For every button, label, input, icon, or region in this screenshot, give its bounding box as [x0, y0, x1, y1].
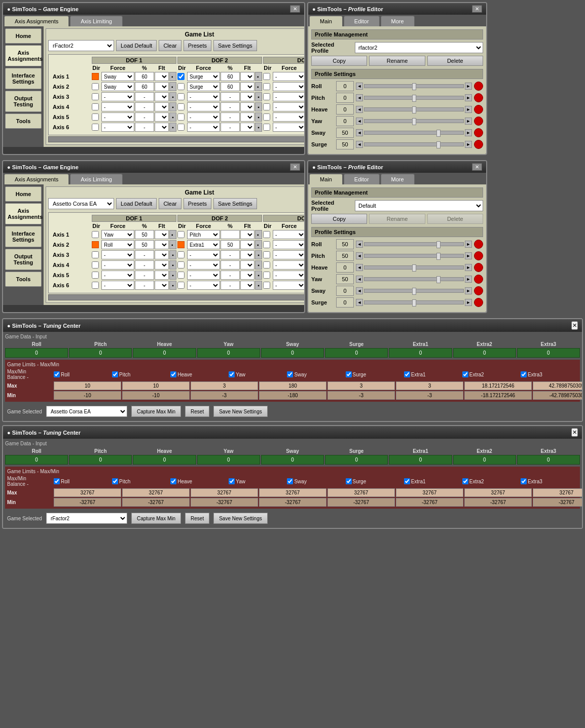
game-dropdown-1[interactable]: rFactor2	[48, 40, 114, 51]
save-new-btn-2[interactable]: Save New Settings	[213, 513, 268, 524]
axis2-dof1-motion-2[interactable]: Roll	[101, 240, 134, 249]
heave-reset-2[interactable]	[474, 263, 483, 272]
axis3-dof3-motion-2[interactable]: -	[273, 250, 305, 259]
yaw-slider-2[interactable]	[364, 277, 464, 281]
yaw-arrow-left-1[interactable]: ◄	[356, 118, 363, 125]
min-extra2-t1[interactable]	[533, 391, 583, 400]
axis4-dof2-force-2[interactable]	[221, 260, 240, 270]
pitch-check-t2[interactable]	[112, 478, 118, 484]
pitch-arrow-right-1[interactable]: ►	[465, 94, 472, 101]
axis3-dof1-btn-2[interactable]: ▪	[169, 250, 176, 259]
axis1-dof3-motion-1[interactable]: -	[273, 72, 305, 81]
heave-slider-2[interactable]	[364, 265, 464, 270]
axis1-dof2-flt-1[interactable]	[240, 72, 254, 81]
surge-slider-track-1[interactable]	[364, 142, 464, 146]
axis3-dof1-flt-2[interactable]	[155, 250, 169, 259]
sidebar-item-interface-settings-2[interactable]: InterfaceSettings	[5, 226, 42, 247]
min-roll-t1[interactable]	[54, 391, 121, 400]
axis4-dof2-motion-2[interactable]: -	[187, 260, 220, 270]
axis4-dof1-flt-2[interactable]	[155, 260, 169, 270]
axis1-dof1-check-2[interactable]	[92, 231, 99, 238]
axis3-dof2-force-1[interactable]	[221, 92, 240, 101]
max-extra2-t1[interactable]	[533, 381, 583, 390]
scrollbar-1[interactable]	[48, 136, 305, 142]
rename-btn-1[interactable]: Rename	[369, 56, 425, 66]
axis5-dof3-motion-1[interactable]: -	[273, 112, 305, 122]
axis6-dof2-force-2[interactable]	[221, 281, 240, 290]
max-heave-t1[interactable]	[191, 381, 258, 390]
heave-arrow-left-1[interactable]: ◄	[356, 106, 363, 113]
axis3-dof2-check-2[interactable]	[177, 251, 185, 258]
max-extra1-t1[interactable]	[464, 381, 532, 390]
axis3-dof2-motion-2[interactable]: -	[187, 250, 220, 259]
axis5-dof1-force-2[interactable]	[135, 271, 154, 280]
extra3-check-t2[interactable]	[521, 478, 527, 484]
axis2-dof2-flt-1[interactable]	[240, 82, 254, 91]
axis1-dof2-btn-1[interactable]: ▪	[255, 72, 262, 81]
surge-arrow-right-2[interactable]: ►	[465, 299, 472, 306]
axis2-dof3-check-2[interactable]	[263, 241, 270, 248]
axis1-dof2-force-2[interactable]	[221, 230, 240, 239]
axis5-dof2-btn-1[interactable]: ▪	[255, 112, 262, 122]
axis5-dof2-motion-2[interactable]: -	[187, 271, 220, 280]
axis5-dof1-motion-1[interactable]: -	[101, 112, 134, 122]
axis3-dof3-motion-1[interactable]: -	[273, 92, 305, 101]
axis2-dof1-check-1[interactable]	[92, 83, 99, 90]
pitch-reset-2[interactable]	[474, 251, 483, 260]
load-default-btn-1[interactable]: Load Default	[116, 40, 157, 51]
axis2-dof1-btn-2[interactable]: ▪	[169, 240, 176, 249]
axis6-dof2-check-2[interactable]	[177, 282, 185, 289]
axis4-dof2-btn-1[interactable]: ▪	[255, 102, 262, 111]
reset-btn-2[interactable]: Reset	[185, 513, 209, 524]
min-roll-t2[interactable]	[54, 498, 121, 507]
sidebar-item-output-testing-2[interactable]: OutputTesting	[5, 249, 42, 270]
axis3-dof2-btn-2[interactable]: ▪	[255, 250, 262, 259]
axis1-dof1-flt-1[interactable]	[155, 72, 169, 81]
save-new-btn-1[interactable]: Save New Settings	[213, 406, 268, 417]
axis6-dof3-motion-1[interactable]: -	[273, 123, 305, 132]
axis4-dof1-check-2[interactable]	[92, 261, 99, 269]
axis5-dof1-motion-2[interactable]: -	[101, 271, 134, 280]
axis3-dof1-motion-2[interactable]: -	[101, 250, 134, 259]
extra2-check-t1[interactable]	[462, 371, 468, 377]
axis1-dof2-btn-2[interactable]: ▪	[255, 230, 262, 239]
axis4-dof3-motion-1[interactable]: -	[273, 102, 305, 111]
axis1-dof1-motion-2[interactable]: Yaw	[101, 230, 134, 239]
pitch-slider-2[interactable]	[364, 254, 464, 258]
extra1-check-t2[interactable]	[404, 478, 410, 484]
axis4-dof2-btn-2[interactable]: ▪	[255, 260, 262, 270]
axis5-dof3-motion-2[interactable]: -	[273, 271, 305, 280]
axis6-dof2-flt-2[interactable]	[240, 281, 254, 290]
axis2-dof1-btn-1[interactable]: ▪	[169, 82, 176, 91]
save-settings-btn-2[interactable]: Save Settings	[213, 198, 257, 209]
axis4-dof2-flt-2[interactable]	[240, 260, 254, 270]
min-surge-t2[interactable]	[396, 498, 463, 507]
axis3-dof2-flt-2[interactable]	[240, 250, 254, 259]
axis1-dof1-flt-2[interactable]	[155, 230, 169, 239]
tab-editor-1[interactable]: Editor	[344, 16, 380, 26]
tab-main-2[interactable]: Main	[309, 174, 343, 184]
heave-slider-track-1[interactable]	[364, 107, 464, 111]
heave-check-t1[interactable]	[170, 371, 176, 377]
tab-axis-limiting-1[interactable]: Axis Limiting	[70, 16, 123, 26]
axis4-dof3-check-2[interactable]	[263, 261, 270, 269]
axis2-dof2-motion-2[interactable]: Extra1	[187, 240, 220, 249]
max-sway-t2[interactable]	[327, 488, 395, 497]
roll-reset-2[interactable]	[474, 240, 483, 249]
axis3-dof2-flt-1[interactable]	[240, 92, 254, 101]
min-extra2-t2[interactable]	[533, 498, 583, 507]
axis6-dof2-flt-1[interactable]	[240, 123, 254, 132]
surge-arrow-left-1[interactable]: ◄	[356, 141, 363, 148]
axis1-dof2-check-1[interactable]	[177, 73, 185, 80]
axis5-dof2-flt-1[interactable]	[240, 112, 254, 122]
axis2-dof3-check-1[interactable]	[263, 83, 270, 90]
axis6-dof1-motion-2[interactable]: -	[101, 281, 134, 290]
heave-arrow-left-2[interactable]: ◄	[356, 264, 363, 271]
axis2-dof2-force-1[interactable]	[221, 82, 240, 91]
axis5-dof1-flt-1[interactable]	[155, 112, 169, 122]
tab-more-2[interactable]: More	[381, 174, 415, 184]
max-surge-t2[interactable]	[396, 488, 463, 497]
axis6-dof2-check-1[interactable]	[177, 124, 185, 131]
axis1-dof3-check-2[interactable]	[263, 231, 270, 238]
max-heave-t2[interactable]	[191, 488, 258, 497]
